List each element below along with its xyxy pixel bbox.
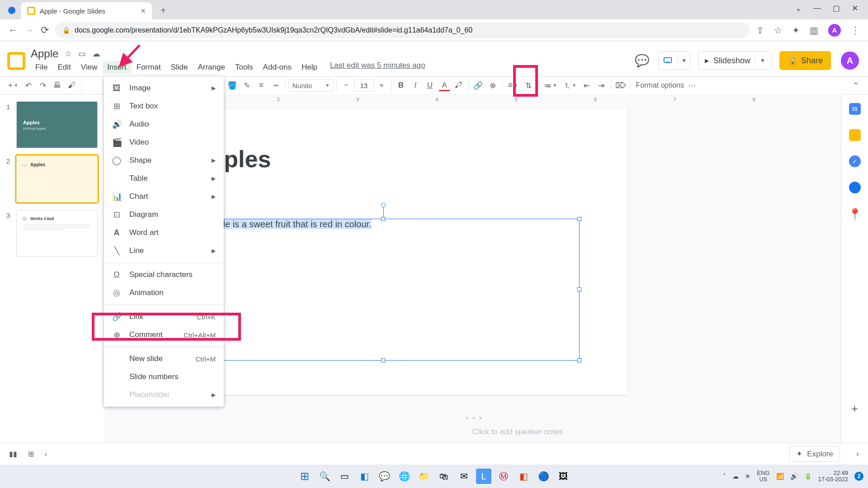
resize-handle[interactable] [381,358,385,362]
resize-handle[interactable] [381,217,385,221]
explore-button[interactable]: ✦ Explore [789,446,840,462]
slide-thumb-2[interactable]: Apples [16,155,98,202]
sidepanel-icon[interactable]: ▥ [810,25,818,36]
insert-shape[interactable]: ◯Shape▶ [104,151,224,169]
battery-icon[interactable]: 🔋 [804,473,812,480]
undo-icon[interactable]: ↶ [22,79,35,92]
italic-icon[interactable]: I [409,79,422,92]
insert-link[interactable]: 🔗LinkCtrl+K [104,308,224,326]
present-button[interactable]: ▼ [659,51,691,70]
paint-format-icon[interactable]: 🖌 [65,79,79,92]
slideshow-dropdown-icon[interactable]: ▼ [755,57,765,64]
calendar-icon[interactable] [849,103,861,115]
resize-handle[interactable] [577,217,581,221]
language-indicator[interactable]: ENGUS [757,470,769,483]
share-button[interactable]: 🔒 Share [779,51,831,70]
reload-icon[interactable]: ⟳ [41,24,49,36]
insert-animation[interactable]: ◎Animation [104,284,224,302]
explorer-icon[interactable]: 📁 [416,469,432,484]
rotate-handle[interactable] [381,203,386,207]
menu-file[interactable]: File [31,61,52,74]
cloud-status-icon[interactable]: ☁ [92,49,100,59]
menu-insert[interactable]: Insert [103,61,131,74]
insert-slide-numbers[interactable]: Slide numbers [104,368,224,386]
border-weight-icon[interactable]: ≡ [255,79,268,92]
collapse-toolbar-icon[interactable]: ⌃ [849,79,863,92]
clear-format-icon[interactable]: ⌦ [614,79,627,92]
slide-thumb-3[interactable]: Works Cited [16,210,98,257]
slide-thumb-1[interactable]: Apples All About Apples [16,101,98,148]
app-icon[interactable]: L [476,469,491,484]
profile-avatar[interactable]: A [828,24,841,37]
menu-view[interactable]: View [76,61,102,74]
close-tab-icon[interactable]: × [141,6,146,16]
add-addon-icon[interactable]: + [851,402,858,416]
insert-link-icon[interactable]: 🔗 [472,79,485,92]
back-icon[interactable]: ← [8,24,18,36]
new-slide-button[interactable]: + ▼ [5,79,21,92]
slideshow-button[interactable]: ▸ Slideshow ▼ [698,51,772,70]
tray-overflow-icon[interactable]: ˄ [723,473,726,480]
volume-icon[interactable]: 🔊 [790,473,798,480]
insert-special-chars[interactable]: ΩSpecial characters [104,266,224,284]
menu-tools[interactable]: Tools [231,61,258,74]
forward-icon[interactable]: → [24,24,34,36]
wifi-icon[interactable]: 📶 [776,473,784,480]
align-icon[interactable]: ≡▼ [505,79,521,92]
font-size-input[interactable]: 13 [354,79,374,92]
widgets-icon[interactable]: ◧ [357,469,372,484]
insert-video[interactable]: 🎬Video [104,133,224,151]
line-spacing-icon[interactable]: ⇅ [522,79,535,92]
slides-logo[interactable] [7,52,27,72]
start-icon[interactable]: ⊞ [297,469,312,484]
decrease-indent-icon[interactable]: ⇤ [580,79,594,92]
url-input[interactable]: 🔒 docs.google.com/presentation/d/1ebTKA9… [55,23,750,38]
insert-chart[interactable]: 📊Chart▶ [104,188,224,206]
office-icon[interactable]: ◧ [516,469,531,484]
insert-wordart[interactable]: AWord art [104,224,224,242]
last-edit-link[interactable]: Last edit was 5 minutes ago [330,61,425,74]
new-tab-button[interactable]: + [156,4,170,17]
contacts-icon[interactable] [849,182,861,193]
show-sidepanel-icon[interactable]: › [856,449,859,459]
tray-app-icon[interactable]: ✳ [745,473,750,480]
filmstrip-view-icon[interactable]: ▮▮ [9,450,17,458]
star-icon[interactable]: ☆ [65,49,72,59]
insert-image[interactable]: 🖼Image▶ [104,79,224,97]
resize-handle[interactable] [577,358,581,362]
photos-icon[interactable]: 🖼 [556,469,571,484]
minimize-icon[interactable]: — [813,4,821,13]
resize-handle[interactable] [577,287,581,291]
account-avatar[interactable]: A [841,52,859,70]
decrease-font-icon[interactable]: − [340,79,353,92]
comments-button[interactable]: 💬 [632,51,651,70]
document-title[interactable]: Apple [31,47,58,60]
onedrive-icon[interactable]: ☁ [732,473,739,480]
numbered-list-icon[interactable]: ⒈▼ [561,79,579,92]
menu-format[interactable]: Format [132,61,165,74]
slide-filmstrip[interactable]: 1 Apples All About Apples 2 Apples 3 Wor… [0,94,104,443]
menu-addons[interactable]: Add-ons [259,61,296,74]
browser-tab[interactable]: Apple - Google Slides × [21,2,152,19]
underline-icon[interactable]: U [423,79,437,92]
increase-font-icon[interactable]: + [375,79,388,92]
print-icon[interactable]: 🖶 [51,79,64,92]
grid-view-icon[interactable]: ⊞ [28,450,34,458]
border-color-icon[interactable]: ✎ [240,79,254,92]
edge-icon[interactable]: 🌐 [396,469,412,484]
insert-comment-icon[interactable]: ⊕ [486,79,500,92]
move-icon[interactable]: ▭ [78,49,86,59]
font-family-select[interactable]: Nunito▼ [288,79,334,92]
present-dropdown-icon[interactable]: ▼ [677,57,687,64]
tasks-icon[interactable] [849,155,861,167]
menu-edit[interactable]: Edit [53,61,75,74]
mcafee-icon[interactable]: Ⓜ [496,469,511,484]
speaker-notes-placeholder[interactable]: Click to add speaker notes [231,427,805,436]
chrome-icon[interactable]: 🔵 [536,469,551,484]
menu-arrange[interactable]: Arrange [193,61,229,74]
insert-comment[interactable]: ⊕CommentCtrl+Alt+M [104,326,224,344]
bold-icon[interactable]: B [394,79,408,92]
store-icon[interactable]: 🛍 [436,469,452,484]
mail-icon[interactable]: ✉ [456,469,472,484]
increase-indent-icon[interactable]: ⇥ [594,79,608,92]
